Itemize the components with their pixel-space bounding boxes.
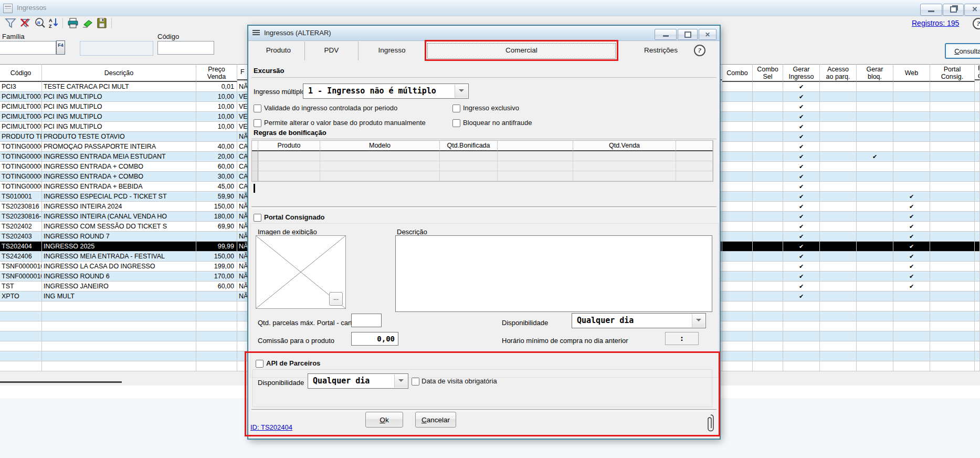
- cell-preco: [196, 361, 237, 371]
- qtd-parcelas-input[interactable]: [351, 314, 382, 327]
- eraser-icon[interactable]: [82, 17, 93, 29]
- cell-portal: [930, 212, 975, 222]
- descricao-textarea[interactable]: [395, 235, 712, 312]
- record-id-link[interactable]: ID: TS202404: [250, 423, 292, 431]
- browse-image-button[interactable]: ...: [329, 292, 343, 306]
- cell-gerar: ✔: [783, 142, 820, 152]
- cell-codigo: [0, 321, 42, 331]
- column-header-combo[interactable]: Combo: [722, 64, 753, 82]
- chevron-down-icon[interactable]: [455, 85, 468, 98]
- filter-clear-icon[interactable]: [19, 17, 31, 29]
- chevron-down-icon[interactable]: [394, 374, 407, 388]
- dialog-maximize-button[interactable]: [678, 29, 698, 40]
- column-header-gerar-bloq-[interactable]: Gerarbloq.: [857, 64, 893, 82]
- chevron-down-icon[interactable]: [692, 314, 705, 327]
- cell-acesso: [820, 132, 857, 142]
- cell-bloq: [857, 222, 893, 232]
- cell-preco: 0,01: [196, 82, 237, 92]
- horizontal-scrollbar-thumb[interactable]: [0, 381, 122, 383]
- cell-descricao: INGRESSO ROUND 6: [42, 272, 196, 282]
- dialog-minimize-button[interactable]: [655, 29, 677, 40]
- cell-preco: [196, 301, 237, 311]
- search-n-icon[interactable]: n: [34, 17, 46, 29]
- column-header-preco-venda[interactable]: PreçoVenda: [196, 64, 237, 82]
- dialog-titlebar: Ingressos (ALTERAR) ✕: [248, 26, 720, 41]
- bloquear-antifraude-label: Bloquear no antifraude: [463, 119, 532, 127]
- comissao-input[interactable]: 0,00: [351, 332, 398, 346]
- cell-descricao: TESTE CATRACA PCI MULT: [42, 82, 196, 92]
- ok-button[interactable]: Ok: [365, 412, 403, 428]
- tab-restricoes[interactable]: Restrições: [618, 41, 704, 60]
- tab-ingresso[interactable]: Ingresso: [359, 41, 426, 60]
- familia-input[interactable]: [0, 41, 56, 55]
- cancel-button[interactable]: Cancelar: [415, 412, 456, 428]
- disponibilidade-select[interactable]: Qualquer dia: [572, 313, 706, 328]
- column-header-descricao[interactable]: Descrição: [42, 64, 196, 82]
- portal-consignado-checkbox[interactable]: [254, 214, 261, 222]
- bonificacao-row-empty[interactable]: [252, 151, 713, 161]
- cell-combo-sel: [753, 272, 783, 282]
- validade-checkbox[interactable]: [254, 105, 261, 112]
- cell-web: [893, 122, 930, 132]
- cell-gerar: ✔: [783, 102, 820, 112]
- bloquear-antifraude-checkbox[interactable]: [452, 119, 460, 127]
- cell-gerar: ✔: [783, 132, 820, 142]
- tab-pdv[interactable]: PDV: [305, 41, 359, 60]
- bonificacao-grid[interactable]: ProdutoModeloQtd.BonificadaQtd.Venda: [251, 140, 713, 182]
- api-disponibilidade-select[interactable]: Qualquer dia: [308, 373, 408, 389]
- filter-icon[interactable]: [5, 17, 16, 29]
- codigo-input[interactable]: [157, 41, 214, 55]
- dialog-close-button[interactable]: ✕: [699, 29, 716, 40]
- cell-preco: [196, 321, 237, 331]
- minimize-button[interactable]: [920, 4, 942, 16]
- registros-link[interactable]: Registros: 195: [912, 19, 959, 27]
- cell-portal: [930, 192, 975, 202]
- sort-az-icon[interactable]: A Z: [48, 17, 60, 29]
- bonificacao-row-empty[interactable]: [252, 171, 713, 181]
- cell-gerar: ✔: [783, 192, 820, 202]
- cell-bloq: [857, 82, 893, 92]
- column-header-acesso-ao-parq-[interactable]: Acessoao parq.: [820, 64, 857, 82]
- cell-preco: 59,90: [196, 192, 237, 202]
- cell-acesso: [820, 112, 857, 122]
- cell-acesso: [820, 272, 857, 282]
- bonificacao-row-empty[interactable]: [252, 161, 713, 171]
- cell-descricao: [42, 301, 196, 311]
- data-visita-checkbox[interactable]: [412, 378, 419, 386]
- tab-produto[interactable]: Produto: [252, 41, 305, 60]
- cell-gerar: ✔: [783, 202, 820, 212]
- permite-alterar-checkbox[interactable]: [254, 119, 261, 127]
- ingresso-multiplo-select[interactable]: 1 - Ingresso não é múltiplo: [303, 84, 469, 99]
- tab-comercial[interactable]: Comercial: [426, 41, 618, 60]
- cell-preco: 170,00: [196, 272, 237, 282]
- column-header-codigo[interactable]: Código: [0, 64, 42, 82]
- cell-preco: 10,00: [196, 112, 237, 122]
- consultar-button[interactable]: Consultar: [945, 43, 980, 59]
- footer-divider: [251, 409, 716, 411]
- column-header-portal-consig-[interactable]: PortalConsig.: [930, 64, 975, 82]
- save-icon[interactable]: [96, 17, 108, 29]
- cell-portal: [930, 202, 975, 212]
- dialog-help-icon[interactable]: ?: [694, 45, 705, 56]
- close-button[interactable]: ✕: [964, 4, 980, 16]
- cell-combo-sel: [753, 341, 783, 351]
- cell-gerar: ✔: [783, 232, 820, 242]
- cell-gerar: ✔: [783, 292, 820, 301]
- cell-descricao: ING MULT: [42, 292, 196, 301]
- cell-preco: 99,99: [196, 242, 237, 252]
- column-header-gerar-ingresso[interactable]: GerarIngresso: [783, 64, 820, 82]
- column-header-f-de[interactable]: Fde: [975, 64, 980, 80]
- svg-text:Z: Z: [49, 24, 52, 29]
- ingresso-exclusivo-checkbox[interactable]: [452, 105, 460, 112]
- regras-section-label: Regras de bonificação: [254, 129, 326, 137]
- column-header-combo-sel[interactable]: ComboSel: [753, 64, 783, 82]
- cell-bloq: [857, 182, 893, 192]
- column-header-web[interactable]: Web: [893, 64, 930, 82]
- restore-button[interactable]: [943, 4, 964, 16]
- print-icon[interactable]: [67, 17, 79, 29]
- f4-lookup-button[interactable]: F4: [56, 40, 65, 55]
- api-parceiros-label: API de Parceiros: [266, 359, 320, 367]
- api-parceiros-checkbox[interactable]: [256, 360, 264, 368]
- horario-minimo-input[interactable]: :: [665, 332, 699, 345]
- cell-bloq: [857, 162, 893, 172]
